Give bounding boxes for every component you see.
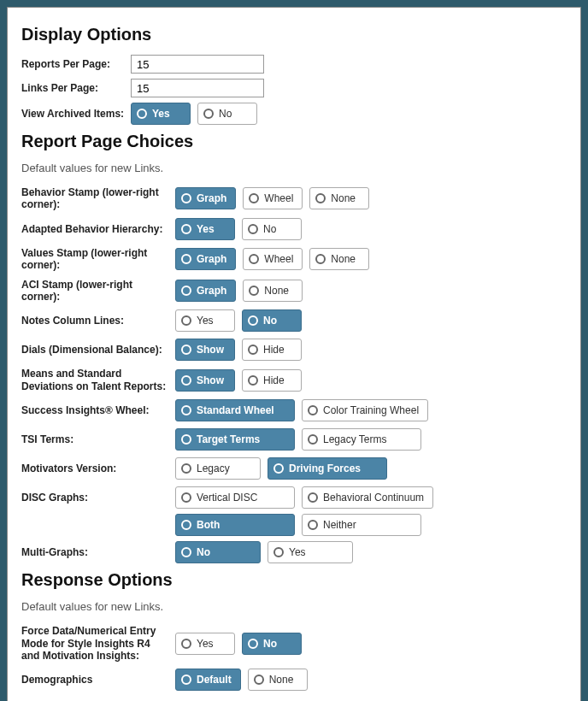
option-label: No <box>219 108 232 120</box>
option-label: Hide <box>263 374 285 386</box>
multi-yes[interactable]: Yes <box>268 541 353 563</box>
option-label: Yes <box>289 546 306 558</box>
option-label: No <box>197 546 210 558</box>
adapted-hierarchy-no[interactable]: No <box>242 218 302 240</box>
values-stamp-none[interactable]: None <box>309 248 369 270</box>
response-options-subtext: Default values for new Links. <box>21 600 567 613</box>
reports-per-page-label: Reports Per Page: <box>21 58 131 70</box>
aci-stamp-none[interactable]: None <box>243 280 303 302</box>
option-label: Show <box>197 344 224 356</box>
notes-label: Notes Column Lines: <box>21 315 175 327</box>
disc-vertical[interactable]: Vertical DISC <box>175 486 295 509</box>
radio-icon <box>181 315 191 326</box>
option-label: Yes <box>197 315 214 327</box>
motivators-driving[interactable]: Driving Forces <box>268 457 387 480</box>
motivators-legacy[interactable]: Legacy <box>175 457 261 480</box>
force-data-yes[interactable]: Yes <box>175 633 235 655</box>
option-label: None <box>269 674 294 686</box>
option-label: Graph <box>197 253 226 265</box>
aci-stamp-graph[interactable]: Graph <box>175 280 236 302</box>
radio-icon <box>273 547 284 557</box>
display-options-heading: Display Options <box>21 25 567 44</box>
option-label: Legacy Terms <box>323 433 386 445</box>
tsi-target[interactable]: Target Terms <box>175 428 295 451</box>
option-label: Neither <box>323 519 356 531</box>
dials-show[interactable]: Show <box>175 339 235 361</box>
behavior-stamp-label: Behavior Stamp (lower-right corner): <box>21 186 175 211</box>
view-archived-yes[interactable]: Yes <box>131 103 191 125</box>
radio-icon <box>254 674 264 685</box>
radio-icon <box>249 254 259 264</box>
adapted-hierarchy-yes[interactable]: Yes <box>175 218 235 240</box>
option-label: Graph <box>197 192 226 204</box>
tsi-legacy[interactable]: Legacy Terms <box>302 428 421 451</box>
option-label: None <box>264 285 289 297</box>
radio-icon <box>181 434 191 445</box>
dials-label: Dials (Dimensional Balance): <box>21 344 175 356</box>
radio-icon <box>181 463 191 474</box>
radio-icon <box>203 109 214 119</box>
report-page-heading: Report Page Choices <box>21 132 567 151</box>
radio-icon <box>181 520 191 530</box>
disc-neither[interactable]: Neither <box>302 514 421 536</box>
means-hide[interactable]: Hide <box>242 369 302 392</box>
demographics-label: Demographics <box>21 674 175 686</box>
force-data-label: Force Data/Numerical Entry Mode for Styl… <box>21 625 175 662</box>
means-label: Means and Standard Deviations on Talent … <box>21 368 175 392</box>
radio-icon <box>248 639 258 649</box>
behavior-stamp-graph[interactable]: Graph <box>175 187 236 209</box>
option-label: Wheel <box>264 253 293 265</box>
option-label: No <box>263 223 276 235</box>
means-show[interactable]: Show <box>175 369 235 392</box>
success-wheel-color[interactable]: Color Training Wheel <box>302 399 428 421</box>
option-label: Standard Wheel <box>197 404 274 416</box>
tsi-label: TSI Terms: <box>21 433 175 445</box>
option-label: Yes <box>197 223 215 235</box>
radio-icon <box>181 193 191 203</box>
notes-yes[interactable]: Yes <box>175 309 235 332</box>
radio-icon <box>273 463 284 474</box>
radio-icon <box>308 520 318 530</box>
force-data-no[interactable]: No <box>242 633 302 655</box>
radio-icon <box>181 224 191 234</box>
view-archived-label: View Archived Items: <box>21 108 131 120</box>
option-label: Color Training Wheel <box>323 404 419 416</box>
values-stamp-label: Values Stamp (lower-right corner): <box>21 247 175 272</box>
option-label: Legacy <box>197 462 230 474</box>
radio-icon <box>181 345 191 355</box>
multi-label: Multi-Graphs: <box>21 546 175 558</box>
multi-no[interactable]: No <box>175 541 261 563</box>
radio-icon <box>181 375 191 386</box>
radio-icon <box>249 286 259 296</box>
links-per-page-input[interactable] <box>131 79 264 97</box>
report-page-subtext: Default values for new Links. <box>21 162 567 174</box>
radio-icon <box>181 286 191 296</box>
radio-icon <box>248 375 258 386</box>
radio-icon <box>181 254 191 264</box>
option-label: Wheel <box>264 192 293 204</box>
values-stamp-wheel[interactable]: Wheel <box>243 248 303 270</box>
reports-per-page-input[interactable] <box>131 55 264 74</box>
option-label: Show <box>197 374 224 386</box>
option-label: Vertical DISC <box>197 492 257 504</box>
dials-hide[interactable]: Hide <box>242 339 302 361</box>
success-wheel-standard[interactable]: Standard Wheel <box>175 399 295 421</box>
radio-icon <box>181 492 191 503</box>
disc-behavioral[interactable]: Behavioral Continuum <box>302 486 433 509</box>
radio-icon <box>315 193 326 203</box>
view-archived-no[interactable]: No <box>197 103 257 125</box>
option-label: Hide <box>263 344 285 356</box>
notes-no[interactable]: No <box>242 309 302 332</box>
disc-both[interactable]: Both <box>175 514 295 536</box>
demographics-none[interactable]: None <box>248 669 308 691</box>
radio-icon <box>181 405 191 415</box>
option-label: Driving Forces <box>289 462 361 474</box>
values-stamp-graph[interactable]: Graph <box>175 248 236 270</box>
radio-icon <box>137 109 147 119</box>
option-label: Target Terms <box>197 433 260 445</box>
success-wheel-label: Success Insights® Wheel: <box>21 404 175 416</box>
motivators-label: Motivators Version: <box>21 462 175 474</box>
demographics-default[interactable]: Default <box>175 669 241 691</box>
behavior-stamp-none[interactable]: None <box>309 187 369 209</box>
behavior-stamp-wheel[interactable]: Wheel <box>243 187 303 209</box>
